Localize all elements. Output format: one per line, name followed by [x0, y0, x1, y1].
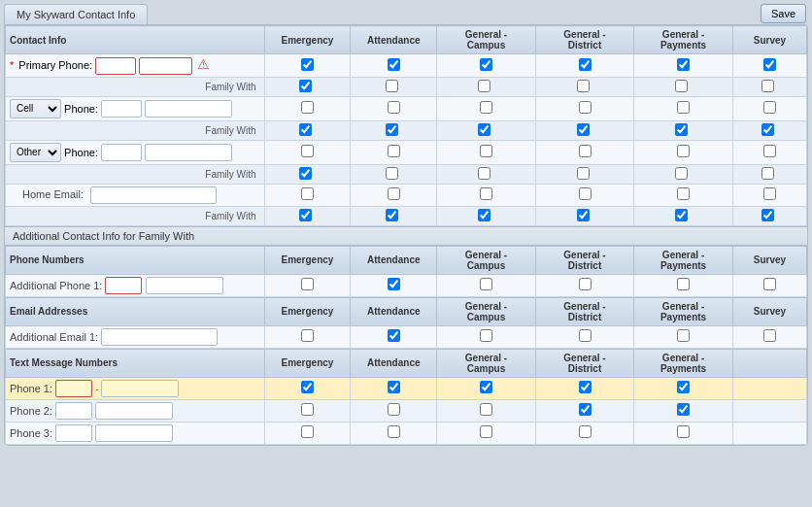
add-phone-emergency-check[interactable] — [301, 278, 314, 290]
email-fam-attendance-check[interactable] — [386, 209, 398, 221]
cell-fam-campus-check[interactable] — [478, 123, 491, 136]
add-email-survey-check[interactable] — [763, 329, 776, 342]
text-phone3-emergency-check[interactable] — [301, 425, 314, 438]
text-phone1-payments-check[interactable] — [677, 381, 690, 393]
text-phone2-input-1[interactable] — [55, 402, 92, 420]
text-phone1-input-1[interactable] — [55, 380, 92, 397]
email-emergency-check[interactable] — [301, 187, 314, 200]
primary-payments-check[interactable] — [677, 58, 690, 71]
cell-campus-check[interactable] — [480, 101, 492, 114]
other-payments-check[interactable] — [677, 145, 690, 157]
add-phone-campus-check[interactable] — [480, 278, 492, 290]
primary-fam-payments-check[interactable] — [675, 80, 688, 92]
add-phone-survey-check[interactable] — [763, 278, 776, 290]
add-phone-input-2[interactable] — [146, 277, 223, 294]
text-phone3-campus-check[interactable] — [480, 425, 492, 438]
email-campus-check[interactable] — [480, 187, 492, 200]
email-col-campus: General -Campus — [437, 297, 536, 325]
other-phone-input-1[interactable] — [101, 144, 142, 161]
cell-fam-emergency-check[interactable] — [299, 123, 312, 136]
email-attendance-check[interactable] — [388, 187, 400, 200]
primary-district-check[interactable] — [579, 58, 592, 71]
cell-phone-input-2[interactable] — [145, 100, 232, 118]
add-email-district-check[interactable] — [579, 329, 592, 342]
other-fam-emergency-check[interactable] — [299, 167, 312, 180]
text-phone3-input-2[interactable] — [95, 424, 173, 442]
other-campus-check[interactable] — [480, 145, 492, 157]
text-phone2-input-2[interactable] — [95, 402, 173, 420]
email-fam-district-check[interactable] — [577, 209, 590, 221]
primary-attendance-cell — [351, 54, 437, 78]
primary-fam-campus-check[interactable] — [478, 80, 491, 92]
text-phone1-input-2[interactable] — [101, 380, 179, 397]
other-attendance-check[interactable] — [388, 145, 400, 157]
primary-attendance-check[interactable] — [388, 58, 400, 71]
other-fam-payments-check[interactable] — [675, 167, 688, 180]
text-phone3-input-1[interactable] — [55, 424, 92, 442]
phone-numbers-header: Phone Numbers — [6, 246, 265, 274]
cell-emergency-check[interactable] — [301, 101, 314, 114]
email-fam-payments-check[interactable] — [675, 209, 688, 221]
primary-phone-input-1[interactable] — [95, 57, 136, 75]
add-email-attendance-check[interactable] — [388, 329, 400, 342]
email-payments-check[interactable] — [677, 187, 690, 200]
other-fam-attendance-check[interactable] — [386, 167, 398, 180]
add-phone-district-check[interactable] — [579, 278, 592, 290]
text-phone2-emergency-check[interactable] — [301, 403, 314, 416]
text-phone1-campus-check[interactable] — [480, 381, 492, 393]
text-phone3-payments-check[interactable] — [677, 425, 690, 438]
primary-phone-input-2[interactable] — [139, 57, 192, 75]
cell-phone-input-1[interactable] — [101, 100, 142, 118]
other-phone-select[interactable]: Other Home Work — [10, 143, 61, 162]
primary-survey-check[interactable] — [763, 58, 776, 71]
add-email-campus-check[interactable] — [480, 329, 492, 342]
cell-district-check[interactable] — [579, 101, 592, 114]
add-email-payments-check[interactable] — [677, 329, 690, 342]
tab-my-skyward-contact-info[interactable]: My Skyward Contact Info — [4, 4, 148, 24]
other-fam-survey-check[interactable] — [761, 167, 774, 180]
text-phone3-district-check[interactable] — [579, 425, 592, 438]
text-phone1-emergency-check[interactable] — [301, 381, 314, 393]
email-survey-check[interactable] — [763, 187, 776, 200]
text-phone2-campus-check[interactable] — [480, 403, 492, 416]
add-email-input[interactable] — [101, 328, 218, 346]
cell-phone-select[interactable]: Cell Home Work — [10, 99, 61, 118]
text-phone1-district-check[interactable] — [579, 381, 592, 393]
col-header-survey: Survey — [732, 26, 806, 54]
cell-payments-check[interactable] — [677, 101, 690, 114]
other-phone-input-2[interactable] — [145, 144, 232, 161]
col-header-emergency: Emergency — [264, 26, 351, 54]
text-phone3-attendance-check[interactable] — [388, 425, 400, 438]
save-button[interactable]: Save — [761, 4, 806, 23]
cell-attendance-check[interactable] — [388, 101, 400, 114]
add-email-emergency-check[interactable] — [301, 329, 314, 342]
cell-fam-district-check[interactable] — [577, 123, 590, 136]
add-phone-attendance-check[interactable] — [388, 278, 400, 290]
primary-fam-emergency-check[interactable] — [299, 80, 312, 92]
email-fam-survey-check[interactable] — [761, 209, 774, 221]
email-district-check[interactable] — [579, 187, 592, 200]
add-phone-payments-check[interactable] — [677, 278, 690, 290]
cell-fam-payments-check[interactable] — [675, 123, 688, 136]
other-district-check[interactable] — [579, 145, 592, 157]
primary-fam-district-check[interactable] — [577, 80, 590, 92]
cell-fam-attendance-check[interactable] — [386, 123, 398, 136]
primary-fam-attendance-check[interactable] — [386, 80, 398, 92]
other-fam-campus-check[interactable] — [478, 167, 491, 180]
cell-fam-survey-check[interactable] — [761, 123, 774, 136]
other-emergency-check[interactable] — [301, 145, 314, 157]
add-phone-input-1[interactable] — [105, 277, 142, 294]
text-phone2-payments-check[interactable] — [677, 403, 690, 416]
text-phone1-attendance-check[interactable] — [388, 381, 400, 393]
primary-emergency-check[interactable] — [301, 58, 314, 71]
email-fam-emergency-check[interactable] — [299, 209, 312, 221]
cell-survey-check[interactable] — [763, 101, 776, 114]
primary-fam-survey-check[interactable] — [761, 80, 774, 92]
home-email-input[interactable] — [90, 186, 217, 204]
email-fam-campus-check[interactable] — [478, 209, 491, 221]
text-phone2-attendance-check[interactable] — [388, 403, 400, 416]
text-phone2-district-check[interactable] — [579, 403, 592, 416]
other-fam-district-check[interactable] — [577, 167, 590, 180]
primary-campus-check[interactable] — [480, 58, 492, 71]
other-survey-check[interactable] — [763, 145, 776, 157]
